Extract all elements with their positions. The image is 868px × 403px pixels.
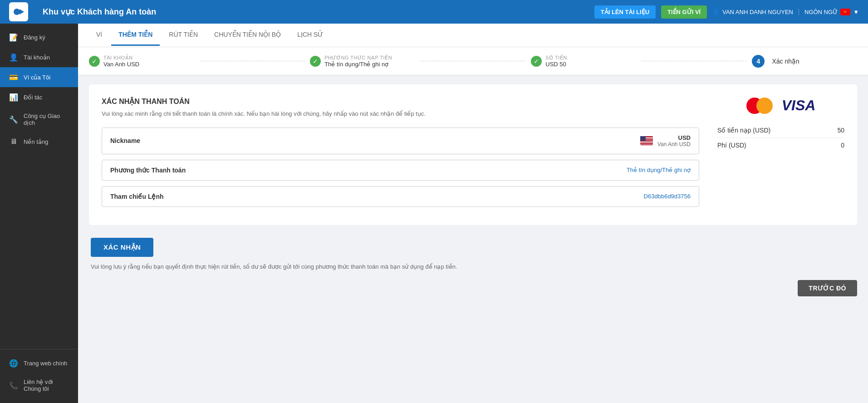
sidebar-divider <box>0 349 78 349</box>
deposit-value: 50 <box>837 127 844 134</box>
step-3: ✓ SỐ TIỀN USD 50 <box>531 55 636 68</box>
globe-icon <box>9 359 18 368</box>
sidebar-label-tools: Công cụ Giao dịch <box>24 113 69 126</box>
step-1-text: TÀI KHOẢN Van Anh USD <box>103 55 139 68</box>
lang-label: NGÔN NGỮ <box>804 9 838 15</box>
confirm-button-area: XÁC NHẬN Vui lòng lưu ý rằng nếu bạn quy… <box>78 234 868 277</box>
back-button[interactable]: TRƯỚC ĐÓ <box>798 280 857 296</box>
step-2-value: Thẻ tín dụng/Thẻ ghi nợ <box>324 61 392 68</box>
step-1-check: ✓ <box>89 56 100 67</box>
step-4-number: 4 <box>752 55 765 68</box>
tabs-bar: Ví THÊM TIỀN RÚT TIỀN CHUYỂN TIỀN NỘI BỘ… <box>78 24 868 47</box>
step-3-value: USD 50 <box>545 61 567 68</box>
logo-area <box>9 2 28 21</box>
bottom-note: Vui lòng lưu ý rằng nếu bạn quyết định t… <box>91 262 855 271</box>
tab-them-tien[interactable]: THÊM TIỀN <box>111 25 160 46</box>
tab-chuyen-tien[interactable]: CHUYỂN TIỀN NỘI BỘ <box>207 25 288 46</box>
sidebar-item-account[interactable]: Tài khoản <box>0 47 78 67</box>
sidebar-item-register[interactable]: Đăng ký <box>0 27 78 47</box>
step-4: 4 Xác nhận <box>752 55 857 68</box>
top-navigation: Khu vực Khách hàng An toàn TẢI LÊN TÀI L… <box>0 0 868 24</box>
chevron-down-icon: ▼ <box>853 9 859 15</box>
phone-icon <box>9 381 18 390</box>
visa-logo: VISA <box>782 97 816 114</box>
chart-icon <box>9 93 18 102</box>
deposit-amount-row: Số tiền nạp (USD) 50 <box>717 123 844 138</box>
confirmation-layout: XÁC NHẬN THANH TOÁN Vui lòng xác minh rằ… <box>102 97 844 212</box>
upload-button[interactable]: TẢI LÊN TÀI LIỆU <box>594 5 656 19</box>
platform-icon: 🖥 <box>9 137 18 146</box>
tab-rut-tien[interactable]: RÚT TIỀN <box>162 25 205 46</box>
sidebar-bottom: Trang web chính Liên hệ với Chúng tôi <box>0 345 78 403</box>
mc-circle-orange <box>756 98 773 114</box>
back-button-area: TRƯỚC ĐÓ <box>78 276 868 304</box>
main-layout: Đăng ký Tài khoản Ví của Tôi Đối tác Côn… <box>0 24 868 403</box>
register-icon <box>9 33 18 42</box>
confirm-row-payment: Phương thức Thanh toán Thẻ tín dụng/Thẻ … <box>102 160 699 181</box>
confirmation-left: XÁC NHẬN THANH TOÁN Vui lòng xác minh rằ… <box>102 97 699 212</box>
reference-value: D63dbb6d9d3756 <box>644 193 691 200</box>
step-1-value: Van Anh USD <box>103 61 139 68</box>
nickname-label: Nickname <box>110 137 140 144</box>
section-subtitle: Vui lòng xác minh rằng chi tiết thanh to… <box>102 109 699 118</box>
reference-label: Tham chiếu Lệnh <box>110 193 164 200</box>
step-2-text: PHƯƠNG THỨC NẠP TIỀN Thẻ tín dụng/Thẻ gh… <box>324 55 392 68</box>
nickname-currency: USD <box>678 134 691 141</box>
tab-lich-su[interactable]: LỊCH SỬ <box>290 25 330 46</box>
sidebar-item-partner[interactable]: Đối tác <box>0 87 78 107</box>
content-area: Ví THÊM TIỀN RÚT TIỀN CHUYỂN TIỀN NỘI BỘ… <box>78 24 868 403</box>
payment-label: Phương thức Thanh toán <box>110 167 186 174</box>
section-title: XÁC NHẬN THANH TOÁN <box>102 97 699 106</box>
sidebar-item-wallet[interactable]: Ví của Tôi <box>0 67 78 87</box>
logo-icon <box>9 2 28 21</box>
wallet-button[interactable]: TIỀN GỬI VÍ <box>661 5 707 19</box>
payment-value: Thẻ tín dụng/Thẻ ghi nợ <box>627 167 691 173</box>
sidebar-label-contact: Liên hệ với Chúng tôi <box>24 378 69 392</box>
mastercard-logo <box>746 98 773 114</box>
step-3-check: ✓ <box>531 56 542 67</box>
confirm-row-reference: Tham chiếu Lệnh D63dbb6d9d3756 <box>102 186 699 207</box>
sidebar-item-tools[interactable]: Công cụ Giao dịch <box>0 107 78 132</box>
nickname-account: Van Anh USD <box>657 141 691 147</box>
step-1-label: TÀI KHOẢN <box>103 55 139 61</box>
step-2-label: PHƯƠNG THỨC NẠP TIỀN <box>324 55 392 61</box>
flag-icon: 🇻🇳 <box>840 9 850 15</box>
tab-vi[interactable]: Ví <box>89 25 109 46</box>
nickname-value: USD Van Anh USD <box>640 134 691 147</box>
step-1: ✓ TÀI KHOẢN Van Anh USD <box>89 55 194 68</box>
wallet-icon <box>9 73 18 82</box>
step-4-label: Xác nhận <box>772 58 799 65</box>
sidebar-item-contact[interactable]: Liên hệ với Chúng tôi <box>0 373 78 398</box>
fee-label: Phí (USD) <box>717 142 746 149</box>
step-line-2 <box>421 61 526 61</box>
sidebar-item-platform[interactable]: 🖥 Nền tảng <box>0 132 78 152</box>
sidebar-label-register: Đăng ký <box>24 34 45 41</box>
svg-point-1 <box>14 9 20 15</box>
stepper-bar: ✓ TÀI KHOẢN Van Anh USD ✓ PHƯƠNG THỨC NẠ… <box>78 47 868 75</box>
language-selector[interactable]: NGÔN NGỮ 🇻🇳 ▼ <box>799 9 859 15</box>
sidebar-label-platform: Nền tảng <box>24 138 48 145</box>
user-name: VAN ANH DANH NGUYEN <box>722 9 793 15</box>
site-title: Khu vực Khách hàng An toàn <box>43 7 587 17</box>
nav-right: TẢI LÊN TÀI LIỆU TIỀN GỬI VÍ 👤 VAN ANH D… <box>594 5 859 19</box>
person-icon <box>9 53 18 62</box>
sidebar-label-account: Tài khoản <box>24 54 50 61</box>
payment-logos: VISA <box>717 97 844 114</box>
confirm-row-nickname: Nickname USD Van Anh USD <box>102 128 699 154</box>
user-info: 👤 VAN ANH DANH NGUYEN <box>712 9 793 15</box>
sidebar-item-website[interactable]: Trang web chính <box>0 353 78 373</box>
sidebar-label-wallet: Ví của Tôi <box>24 74 50 81</box>
step-line-3 <box>642 61 747 61</box>
step-2: ✓ PHƯƠNG THỨC NẠP TIỀN Thẻ tín dụng/Thẻ … <box>310 55 415 68</box>
sidebar-label-partner: Đối tác <box>24 94 42 101</box>
fee-amount-row: Phí (USD) 0 <box>717 138 844 152</box>
step-2-check: ✓ <box>310 56 321 67</box>
fee-value: 0 <box>841 142 844 149</box>
step-3-text: SỐ TIỀN USD 50 <box>545 55 567 68</box>
confirm-button[interactable]: XÁC NHẬN <box>91 238 153 257</box>
us-flag-icon <box>640 136 653 145</box>
deposit-label: Số tiền nạp (USD) <box>717 127 770 134</box>
tools-icon <box>9 115 18 124</box>
step-3-label: SỐ TIỀN <box>545 55 567 61</box>
confirmation-right: VISA Số tiền nạp (USD) 50 Phí (USD) 0 <box>717 97 844 212</box>
